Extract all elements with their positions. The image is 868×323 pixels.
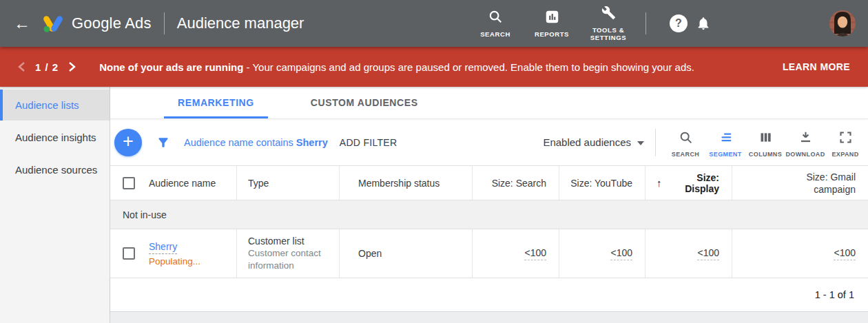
banner-pagination: 1 / 2 [35,61,59,73]
search-icon [679,130,693,147]
size-display-value[interactable]: <100 [697,247,719,260]
segment-icon [719,130,733,147]
size-gmail-value[interactable]: <100 [834,247,856,260]
segment-label: SEGMENT [709,151,741,158]
audience-status-dropdown-value: Enabled audiences [543,136,631,148]
expand-icon [838,130,853,147]
page-title: Audience manager [177,14,304,32]
row-size-gmail-cell: <100 [732,229,868,278]
topbar-nav: SEARCH REPORTS [471,6,633,41]
content-area: Audience lists Audience insights Audienc… [0,87,868,323]
columns-icon [758,130,773,147]
download-button[interactable]: DOWNLOAD [785,127,825,158]
toolbar-divider [655,129,656,156]
row-size-youtube-cell: <100 [559,229,645,278]
back-arrow-icon[interactable]: ← [14,15,30,32]
type-title: Customer list [248,235,324,247]
notifications-bell-icon[interactable] [696,16,711,31]
search-nav-button[interactable]: SEARCH [471,9,520,38]
row-checkbox[interactable] [123,247,135,260]
row-audience-name-cell: Sherry Populating... [110,229,237,278]
segment-button[interactable]: SEGMENT [705,127,745,158]
column-label-membership-status[interactable]: Membership status [358,178,440,189]
membership-status-value: Open [358,248,382,259]
tab-remarketing[interactable]: REMARKETING [164,87,268,118]
header-size-gmail: Size: Gmail campaign [732,166,868,200]
type-subtitle: Customer contact information [248,247,324,272]
table-row: Sherry Populating... Customer list Custo… [110,229,868,278]
columns-button[interactable]: COLUMNS [745,127,785,158]
audience-name-link[interactable]: Sherry [149,241,177,254]
tab-bar: REMARKETING CUSTOM AUDIENCES [110,87,868,119]
app-root: ← Google Ads Audience manager SEARCH [0,0,868,323]
google-ads-logo-icon[interactable] [43,14,63,33]
column-label-size-search[interactable]: Size: Search [492,178,546,189]
row-membership-status-cell: Open [340,229,473,278]
column-label-size-display[interactable]: Size: Display [667,172,720,194]
table-search-button[interactable]: SEARCH [665,127,705,158]
sidebar: Audience lists Audience insights Audienc… [0,87,110,323]
row-type-cell: Customer list Customer contact informati… [237,229,340,278]
column-label-audience-name[interactable]: Audience name [149,178,216,189]
filter-chip-value: Sherry [296,137,328,148]
reports-nav-label: REPORTS [535,30,569,38]
banner-message-bold: None of your ads are running [99,61,243,73]
header-size-search: Size: Search [473,166,559,200]
filter-icon[interactable] [156,136,170,149]
reports-nav-button[interactable]: REPORTS [527,10,577,38]
bottom-strip [110,312,868,323]
size-search-value[interactable]: <100 [524,247,546,260]
add-audience-button[interactable]: + [114,129,142,156]
topbar-divider [645,12,646,34]
bar-chart-icon [545,10,559,27]
expand-label: EXPAND [831,151,858,158]
sidebar-item-audience-insights[interactable]: Audience insights [0,122,110,153]
row-size-search-cell: <100 [473,229,559,278]
group-row-label: Not in-use [123,209,167,220]
topbar: ← Google Ads Audience manager SEARCH [0,0,868,47]
select-all-checkbox[interactable] [123,177,135,189]
toolbar: + Audience name contains Sherry ADD FILT… [110,119,868,165]
main-panel: REMARKETING CUSTOM AUDIENCES + Audience … [110,87,868,323]
table-footer: 1 - 1 of 1 [110,278,868,312]
columns-label: COLUMNS [749,151,782,158]
topbar-divider [164,12,165,34]
column-label-type[interactable]: Type [248,178,269,189]
sidebar-item-audience-lists[interactable]: Audience lists [0,90,110,121]
banner-prev-icon[interactable] [15,59,28,75]
table-search-label: SEARCH [672,151,699,158]
column-label-size-youtube[interactable]: Size: YouTube [570,178,632,189]
tools-settings-nav-label: TOOLS & SETTINGS [583,26,633,41]
chevron-down-icon [637,141,644,145]
help-icon[interactable]: ? [670,14,688,32]
download-label: DOWNLOAD [785,151,825,158]
header-size-youtube: Size: YouTube [559,166,645,200]
size-youtube-value[interactable]: <100 [610,247,632,260]
table-header: Audience name Type Membership status Siz… [110,165,868,200]
tab-custom-audiences[interactable]: CUSTOM AUDIENCES [297,87,432,118]
expand-button[interactable]: EXPAND [825,127,865,158]
add-filter-button[interactable]: ADD FILTER [340,137,397,148]
banner-message-rest: - Your campaigns and ad groups are pause… [243,61,694,73]
header-audience-name: Audience name [110,166,237,200]
tools-settings-nav-button[interactable]: TOOLS & SETTINGS [583,6,633,41]
audience-status-dropdown[interactable]: Enabled audiences [543,136,644,148]
search-icon [488,9,503,27]
sort-ascending-icon: ↑ [657,177,662,189]
group-row-not-in-use: Not in-use [110,200,868,229]
banner-message: None of your ads are running - Your camp… [99,61,694,73]
sidebar-item-audience-sources[interactable]: Audience sources [0,154,110,185]
column-label-size-gmail-campaign[interactable]: Size: Gmail campaign [792,171,856,196]
filter-chip[interactable]: Audience name contains Sherry [184,137,328,148]
user-avatar[interactable] [829,10,856,37]
populating-status: Populating... [149,256,200,267]
search-nav-label: SEARCH [480,30,510,38]
wrench-icon [601,6,616,23]
pagination-summary: 1 - 1 of 1 [815,289,854,300]
learn-more-button[interactable]: LEARN MORE [776,56,857,78]
download-icon [798,130,813,147]
row-size-display-cell: <100 [645,229,732,278]
header-membership-status: Membership status [340,166,473,200]
banner-next-icon[interactable] [65,59,79,75]
header-type: Type [237,166,340,200]
